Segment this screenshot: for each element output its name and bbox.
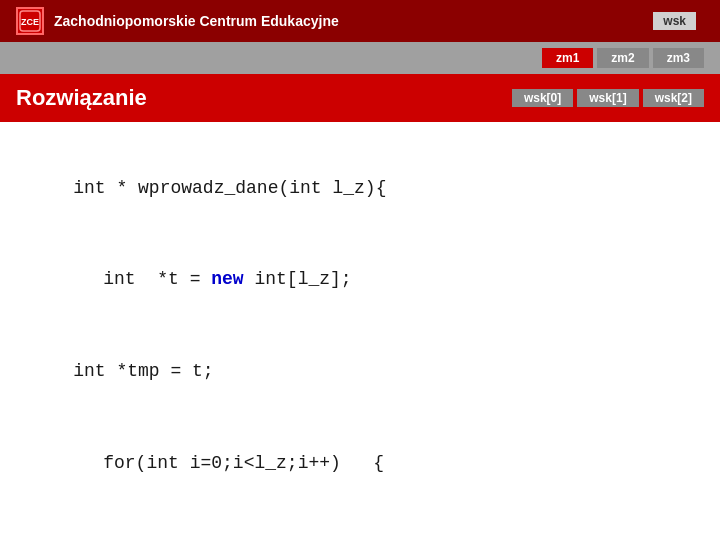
tab-bar: zm1 zm2 zm3: [0, 42, 720, 74]
code-line-4: for(int i=0;i<l_z;i++) {: [60, 417, 690, 509]
wsk-item-0: wsk[0]: [512, 89, 573, 107]
tab-zm1[interactable]: zm1: [542, 48, 593, 68]
wsk-label: wsk: [653, 12, 696, 30]
code-line-2: int *t = new int[l_z];: [60, 234, 690, 326]
tab-zm2[interactable]: zm2: [597, 48, 648, 68]
code-line-3-text: int *tmp = t;: [73, 361, 213, 381]
code-line-1-text: int * wprowadz_dane(int l_z){: [73, 178, 386, 198]
code-line-1: int * wprowadz_dane(int l_z){: [30, 142, 690, 234]
code-line-2-pre: int *t =: [103, 269, 211, 289]
code-line-2-post: int[l_z];: [244, 269, 352, 289]
code-line-3: int *tmp = t;: [30, 326, 690, 418]
section-title-bar: Rozwiązanie wsk[0] wsk[1] wsk[2]: [0, 74, 720, 122]
wsk-item-2: wsk[2]: [643, 89, 704, 107]
wsk-item-1: wsk[1]: [577, 89, 638, 107]
header: ZCE Zachodniopomorskie Centrum Edukacyjn…: [0, 0, 720, 42]
code-keyword-new: new: [211, 269, 243, 289]
code-line-5: cin>>*t++;: [80, 509, 690, 540]
section-title: Rozwiązanie: [16, 85, 147, 111]
code-block: int * wprowadz_dane(int l_z){ int *t = n…: [0, 122, 720, 540]
header-title: Zachodniopomorskie Centrum Edukacyjne: [54, 13, 339, 29]
tab-zm3[interactable]: zm3: [653, 48, 704, 68]
svg-text:ZCE: ZCE: [21, 17, 39, 27]
code-line-4-text: for(int i=0;i<l_z;i++) {: [103, 453, 384, 473]
header-logo: ZCE: [16, 7, 44, 35]
wsk-items: wsk[0] wsk[1] wsk[2]: [512, 89, 704, 107]
